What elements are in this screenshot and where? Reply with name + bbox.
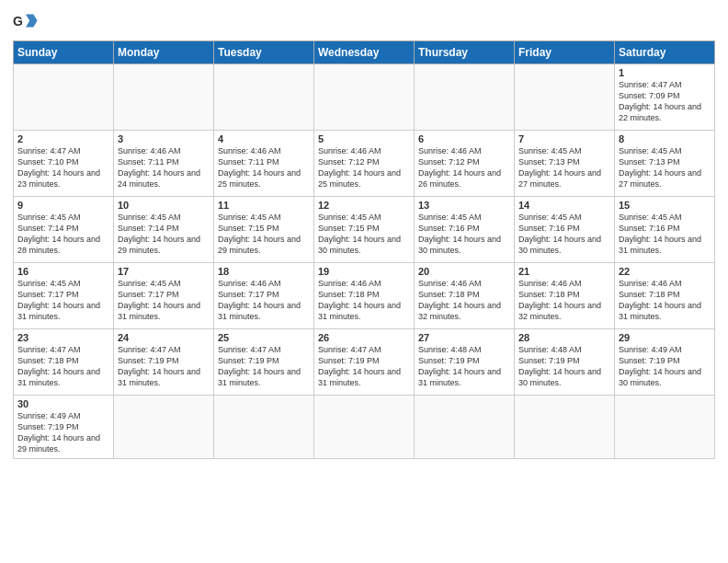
calendar-cell <box>14 64 114 131</box>
cell-content: Sunrise: 4:46 AMSunset: 7:11 PMDaylight:… <box>118 145 210 190</box>
calendar-cell <box>314 64 415 131</box>
cell-content: Sunrise: 4:46 AMSunset: 7:18 PMDaylight:… <box>318 278 410 323</box>
day-number: 17 <box>118 266 210 277</box>
cell-content: Sunrise: 4:45 AMSunset: 7:13 PMDaylight:… <box>518 145 610 190</box>
cell-content: Sunrise: 4:46 AMSunset: 7:12 PMDaylight:… <box>418 145 510 190</box>
day-number: 30 <box>17 398 109 409</box>
day-number: 13 <box>418 200 510 211</box>
calendar-cell: 21Sunrise: 4:46 AMSunset: 7:18 PMDayligh… <box>515 263 615 329</box>
day-number: 12 <box>318 200 410 211</box>
calendar-cell: 25Sunrise: 4:47 AMSunset: 7:19 PMDayligh… <box>214 329 314 396</box>
calendar-cell: 16Sunrise: 4:45 AMSunset: 7:17 PMDayligh… <box>14 263 114 329</box>
calendar-cell: 1Sunrise: 4:47 AMSunset: 7:09 PMDaylight… <box>615 64 715 131</box>
day-number: 28 <box>518 332 610 343</box>
day-number: 4 <box>218 133 310 144</box>
calendar-table: SundayMondayTuesdayWednesdayThursdayFrid… <box>13 40 715 459</box>
cell-content: Sunrise: 4:47 AMSunset: 7:18 PMDaylight:… <box>17 344 109 389</box>
calendar-cell: 9Sunrise: 4:45 AMSunset: 7:14 PMDaylight… <box>14 197 114 263</box>
day-number: 23 <box>17 332 109 343</box>
calendar-cell: 24Sunrise: 4:47 AMSunset: 7:19 PMDayligh… <box>114 329 214 396</box>
calendar-cell: 15Sunrise: 4:45 AMSunset: 7:16 PMDayligh… <box>615 197 715 263</box>
day-number: 21 <box>518 266 610 277</box>
weekday-tuesday: Tuesday <box>214 41 314 64</box>
calendar-cell <box>415 396 515 459</box>
calendar-cell: 23Sunrise: 4:47 AMSunset: 7:18 PMDayligh… <box>14 329 114 396</box>
cell-content: Sunrise: 4:45 AMSunset: 7:16 PMDaylight:… <box>518 212 610 257</box>
cell-content: Sunrise: 4:46 AMSunset: 7:18 PMDaylight:… <box>619 278 711 323</box>
cell-content: Sunrise: 4:46 AMSunset: 7:18 PMDaylight:… <box>418 278 510 323</box>
day-number: 24 <box>118 332 210 343</box>
day-number: 3 <box>118 133 210 144</box>
calendar-cell: 28Sunrise: 4:48 AMSunset: 7:19 PMDayligh… <box>515 329 615 396</box>
cell-content: Sunrise: 4:49 AMSunset: 7:19 PMDaylight:… <box>17 410 109 455</box>
cell-content: Sunrise: 4:46 AMSunset: 7:11 PMDaylight:… <box>218 145 310 190</box>
svg-marker-1 <box>26 15 38 28</box>
weekday-wednesday: Wednesday <box>314 41 415 64</box>
svg-text:G: G <box>13 14 23 29</box>
cell-content: Sunrise: 4:48 AMSunset: 7:19 PMDaylight:… <box>418 344 510 389</box>
weekday-sunday: Sunday <box>14 41 114 64</box>
calendar-body: 1Sunrise: 4:47 AMSunset: 7:09 PMDaylight… <box>14 64 715 459</box>
cell-content: Sunrise: 4:45 AMSunset: 7:14 PMDaylight:… <box>118 212 210 257</box>
calendar-week-5: 30Sunrise: 4:49 AMSunset: 7:19 PMDayligh… <box>14 396 715 459</box>
calendar-cell <box>114 396 214 459</box>
cell-content: Sunrise: 4:45 AMSunset: 7:16 PMDaylight:… <box>619 212 711 257</box>
calendar-cell <box>615 396 715 459</box>
cell-content: Sunrise: 4:45 AMSunset: 7:14 PMDaylight:… <box>17 212 109 257</box>
calendar-cell: 2Sunrise: 4:47 AMSunset: 7:10 PMDaylight… <box>14 131 114 197</box>
calendar-cell <box>415 64 515 131</box>
cell-content: Sunrise: 4:45 AMSunset: 7:16 PMDaylight:… <box>418 212 510 257</box>
day-number: 7 <box>518 133 610 144</box>
cell-content: Sunrise: 4:46 AMSunset: 7:17 PMDaylight:… <box>218 278 310 323</box>
cell-content: Sunrise: 4:48 AMSunset: 7:19 PMDaylight:… <box>518 344 610 389</box>
calendar-cell <box>214 64 314 131</box>
day-number: 2 <box>17 133 109 144</box>
calendar-cell: 5Sunrise: 4:46 AMSunset: 7:12 PMDaylight… <box>314 131 415 197</box>
cell-content: Sunrise: 4:46 AMSunset: 7:18 PMDaylight:… <box>518 278 610 323</box>
calendar-cell: 22Sunrise: 4:46 AMSunset: 7:18 PMDayligh… <box>615 263 715 329</box>
cell-content: Sunrise: 4:47 AMSunset: 7:19 PMDaylight:… <box>318 344 410 389</box>
weekday-saturday: Saturday <box>615 41 715 64</box>
weekday-thursday: Thursday <box>415 41 515 64</box>
cell-content: Sunrise: 4:47 AMSunset: 7:19 PMDaylight:… <box>218 344 310 389</box>
cell-content: Sunrise: 4:47 AMSunset: 7:09 PMDaylight:… <box>619 79 711 124</box>
weekday-header-row: SundayMondayTuesdayWednesdayThursdayFrid… <box>14 41 715 64</box>
calendar-week-2: 9Sunrise: 4:45 AMSunset: 7:14 PMDaylight… <box>14 197 715 263</box>
cell-content: Sunrise: 4:46 AMSunset: 7:12 PMDaylight:… <box>318 145 410 190</box>
day-number: 18 <box>218 266 310 277</box>
calendar-cell <box>515 396 615 459</box>
calendar-cell <box>515 64 615 131</box>
day-number: 10 <box>118 200 210 211</box>
cell-content: Sunrise: 4:47 AMSunset: 7:10 PMDaylight:… <box>17 145 109 190</box>
calendar-week-0: 1Sunrise: 4:47 AMSunset: 7:09 PMDaylight… <box>14 64 715 131</box>
calendar-cell: 11Sunrise: 4:45 AMSunset: 7:15 PMDayligh… <box>214 197 314 263</box>
calendar-cell: 26Sunrise: 4:47 AMSunset: 7:19 PMDayligh… <box>314 329 415 396</box>
day-number: 20 <box>418 266 510 277</box>
calendar-cell: 13Sunrise: 4:45 AMSunset: 7:16 PMDayligh… <box>415 197 515 263</box>
logo-icon: G <box>13 9 39 35</box>
cell-content: Sunrise: 4:45 AMSunset: 7:13 PMDaylight:… <box>619 145 711 190</box>
calendar-cell: 3Sunrise: 4:46 AMSunset: 7:11 PMDaylight… <box>114 131 214 197</box>
cell-content: Sunrise: 4:47 AMSunset: 7:19 PMDaylight:… <box>118 344 210 389</box>
calendar-cell: 18Sunrise: 4:46 AMSunset: 7:17 PMDayligh… <box>214 263 314 329</box>
day-number: 26 <box>318 332 410 343</box>
cell-content: Sunrise: 4:49 AMSunset: 7:19 PMDaylight:… <box>619 344 711 389</box>
cell-content: Sunrise: 4:45 AMSunset: 7:17 PMDaylight:… <box>17 278 109 323</box>
calendar-cell: 14Sunrise: 4:45 AMSunset: 7:16 PMDayligh… <box>515 197 615 263</box>
day-number: 27 <box>418 332 510 343</box>
day-number: 25 <box>218 332 310 343</box>
calendar-week-1: 2Sunrise: 4:47 AMSunset: 7:10 PMDaylight… <box>14 131 715 197</box>
calendar-cell <box>214 396 314 459</box>
calendar-cell: 12Sunrise: 4:45 AMSunset: 7:15 PMDayligh… <box>314 197 415 263</box>
calendar-cell: 4Sunrise: 4:46 AMSunset: 7:11 PMDaylight… <box>214 131 314 197</box>
calendar-cell: 19Sunrise: 4:46 AMSunset: 7:18 PMDayligh… <box>314 263 415 329</box>
calendar-cell <box>314 396 415 459</box>
calendar-cell: 7Sunrise: 4:45 AMSunset: 7:13 PMDaylight… <box>515 131 615 197</box>
calendar-cell: 29Sunrise: 4:49 AMSunset: 7:19 PMDayligh… <box>615 329 715 396</box>
calendar-week-4: 23Sunrise: 4:47 AMSunset: 7:18 PMDayligh… <box>14 329 715 396</box>
day-number: 1 <box>619 67 711 78</box>
weekday-monday: Monday <box>114 41 214 64</box>
calendar-cell: 6Sunrise: 4:46 AMSunset: 7:12 PMDaylight… <box>415 131 515 197</box>
day-number: 19 <box>318 266 410 277</box>
day-number: 11 <box>218 200 310 211</box>
